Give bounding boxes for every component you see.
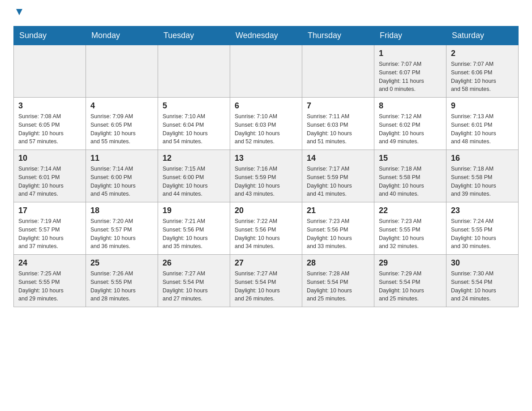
day-info: Sunrise: 7:19 AM Sunset: 5:57 PM Dayligh… [18,217,81,251]
calendar-cell [302,45,374,98]
day-info: Sunrise: 7:07 AM Sunset: 6:07 PM Dayligh… [379,60,442,94]
day-info: Sunrise: 7:16 AM Sunset: 5:59 PM Dayligh… [235,165,297,198]
svg-marker-0 [16,9,22,15]
calendar-cell: 19Sunrise: 7:21 AM Sunset: 5:56 PM Dayli… [158,202,230,255]
day-number: 1 [379,49,442,58]
day-number: 5 [163,101,225,111]
calendar-cell: 28Sunrise: 7:28 AM Sunset: 5:54 PM Dayli… [302,255,374,307]
weekday-header-tuesday: Tuesday [158,26,230,45]
day-number: 24 [18,258,81,268]
day-number: 8 [379,101,442,111]
day-info: Sunrise: 7:07 AM Sunset: 6:06 PM Dayligh… [451,60,514,94]
day-info: Sunrise: 7:22 AM Sunset: 5:56 PM Dayligh… [235,217,297,251]
day-info: Sunrise: 7:24 AM Sunset: 5:55 PM Dayligh… [451,217,514,251]
day-number: 13 [235,154,297,163]
day-number: 3 [18,101,81,111]
calendar-cell: 8Sunrise: 7:12 AM Sunset: 6:02 PM Daylig… [374,98,446,150]
day-number: 14 [307,154,369,163]
day-number: 29 [379,258,442,268]
day-info: Sunrise: 7:27 AM Sunset: 5:54 PM Dayligh… [163,270,225,303]
logo-triangle-icon [14,7,24,17]
day-info: Sunrise: 7:15 AM Sunset: 6:00 PM Dayligh… [163,165,225,198]
weekday-header-sunday: Sunday [14,26,86,45]
day-info: Sunrise: 7:10 AM Sunset: 6:04 PM Dayligh… [163,112,225,146]
calendar-cell: 30Sunrise: 7:30 AM Sunset: 5:54 PM Dayli… [446,255,519,307]
calendar-cell: 21Sunrise: 7:23 AM Sunset: 5:56 PM Dayli… [302,202,374,255]
day-info: Sunrise: 7:23 AM Sunset: 5:55 PM Dayligh… [379,217,442,251]
day-number: 19 [163,206,225,215]
day-info: Sunrise: 7:25 AM Sunset: 5:55 PM Dayligh… [18,270,81,303]
day-number: 9 [451,101,514,111]
day-number: 22 [379,206,442,215]
calendar-cell: 3Sunrise: 7:08 AM Sunset: 6:05 PM Daylig… [14,98,86,150]
day-info: Sunrise: 7:27 AM Sunset: 5:54 PM Dayligh… [235,270,297,303]
day-info: Sunrise: 7:14 AM Sunset: 6:00 PM Dayligh… [90,165,153,198]
day-number: 7 [307,101,369,111]
day-info: Sunrise: 7:12 AM Sunset: 6:02 PM Dayligh… [379,112,442,146]
calendar-cell: 1Sunrise: 7:07 AM Sunset: 6:07 PM Daylig… [374,45,446,98]
calendar-cell: 9Sunrise: 7:13 AM Sunset: 6:01 PM Daylig… [446,98,519,150]
calendar-table: SundayMondayTuesdayWednesdayThursdayFrid… [13,26,519,307]
calendar-cell: 14Sunrise: 7:17 AM Sunset: 5:59 PM Dayli… [302,150,374,202]
calendar-cell: 13Sunrise: 7:16 AM Sunset: 5:59 PM Dayli… [230,150,302,202]
calendar-row: 10Sunrise: 7:14 AM Sunset: 6:01 PM Dayli… [14,150,519,202]
day-info: Sunrise: 7:29 AM Sunset: 5:54 PM Dayligh… [379,270,442,303]
calendar-cell [230,45,302,98]
day-info: Sunrise: 7:11 AM Sunset: 6:03 PM Dayligh… [307,112,369,146]
day-number: 23 [451,206,514,215]
day-number: 20 [235,206,297,215]
calendar-cell: 29Sunrise: 7:29 AM Sunset: 5:54 PM Dayli… [374,255,446,307]
calendar-cell: 2Sunrise: 7:07 AM Sunset: 6:06 PM Daylig… [446,45,519,98]
day-info: Sunrise: 7:30 AM Sunset: 5:54 PM Dayligh… [451,270,514,303]
day-info: Sunrise: 7:21 AM Sunset: 5:56 PM Dayligh… [163,217,225,251]
calendar-cell: 4Sunrise: 7:09 AM Sunset: 6:05 PM Daylig… [86,98,158,150]
calendar-row: 24Sunrise: 7:25 AM Sunset: 5:55 PM Dayli… [14,255,519,307]
day-info: Sunrise: 7:23 AM Sunset: 5:56 PM Dayligh… [307,217,369,251]
day-info: Sunrise: 7:20 AM Sunset: 5:57 PM Dayligh… [90,217,153,251]
calendar-cell: 17Sunrise: 7:19 AM Sunset: 5:57 PM Dayli… [14,202,86,255]
day-info: Sunrise: 7:17 AM Sunset: 5:59 PM Dayligh… [307,165,369,198]
calendar-row: 3Sunrise: 7:08 AM Sunset: 6:05 PM Daylig… [14,98,519,150]
calendar-cell: 12Sunrise: 7:15 AM Sunset: 6:00 PM Dayli… [158,150,230,202]
calendar-cell [14,45,86,98]
calendar-cell: 5Sunrise: 7:10 AM Sunset: 6:04 PM Daylig… [158,98,230,150]
day-info: Sunrise: 7:08 AM Sunset: 6:05 PM Dayligh… [18,112,81,146]
day-info: Sunrise: 7:28 AM Sunset: 5:54 PM Dayligh… [307,270,369,303]
day-number: 26 [163,258,225,268]
day-info: Sunrise: 7:14 AM Sunset: 6:01 PM Dayligh… [18,165,81,198]
calendar-cell: 10Sunrise: 7:14 AM Sunset: 6:01 PM Dayli… [14,150,86,202]
day-number: 21 [307,206,369,215]
day-number: 10 [18,154,81,163]
day-number: 27 [235,258,297,268]
day-info: Sunrise: 7:10 AM Sunset: 6:03 PM Dayligh… [235,112,297,146]
calendar-cell: 18Sunrise: 7:20 AM Sunset: 5:57 PM Dayli… [86,202,158,255]
calendar-cell: 6Sunrise: 7:10 AM Sunset: 6:03 PM Daylig… [230,98,302,150]
day-number: 17 [18,206,81,215]
weekday-header-wednesday: Wednesday [230,26,302,45]
calendar-cell: 25Sunrise: 7:26 AM Sunset: 5:55 PM Dayli… [86,255,158,307]
calendar-cell: 27Sunrise: 7:27 AM Sunset: 5:54 PM Dayli… [230,255,302,307]
weekday-header-thursday: Thursday [302,26,374,45]
day-info: Sunrise: 7:26 AM Sunset: 5:55 PM Dayligh… [90,270,153,303]
logo [13,9,24,17]
calendar-cell [158,45,230,98]
day-number: 25 [90,258,153,268]
day-number: 28 [307,258,369,268]
day-number: 12 [163,154,225,163]
day-number: 30 [451,258,514,268]
day-number: 4 [90,101,153,111]
calendar-cell: 24Sunrise: 7:25 AM Sunset: 5:55 PM Dayli… [14,255,86,307]
calendar-cell: 7Sunrise: 7:11 AM Sunset: 6:03 PM Daylig… [302,98,374,150]
day-number: 11 [90,154,153,163]
day-info: Sunrise: 7:18 AM Sunset: 5:58 PM Dayligh… [379,165,442,198]
calendar-cell: 16Sunrise: 7:18 AM Sunset: 5:58 PM Dayli… [446,150,519,202]
calendar-cell: 20Sunrise: 7:22 AM Sunset: 5:56 PM Dayli… [230,202,302,255]
calendar-cell: 23Sunrise: 7:24 AM Sunset: 5:55 PM Dayli… [446,202,519,255]
day-info: Sunrise: 7:13 AM Sunset: 6:01 PM Dayligh… [451,112,514,146]
page-header [13,9,519,17]
calendar-cell: 26Sunrise: 7:27 AM Sunset: 5:54 PM Dayli… [158,255,230,307]
weekday-header-monday: Monday [86,26,158,45]
day-number: 2 [451,49,514,58]
weekday-header-saturday: Saturday [446,26,519,45]
calendar-cell: 11Sunrise: 7:14 AM Sunset: 6:00 PM Dayli… [86,150,158,202]
